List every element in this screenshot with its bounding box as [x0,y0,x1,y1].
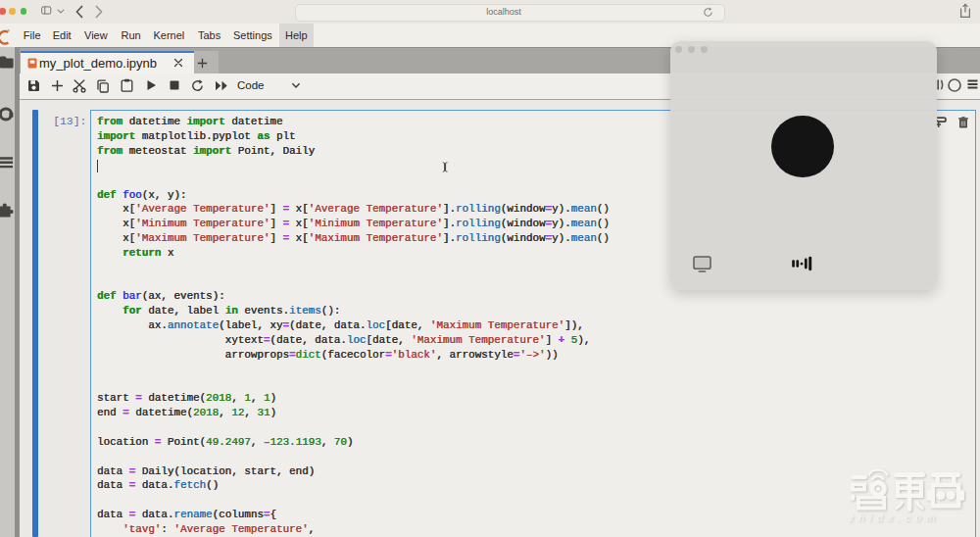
svg-text:zhidx.com: zhidx.com [848,512,940,523]
